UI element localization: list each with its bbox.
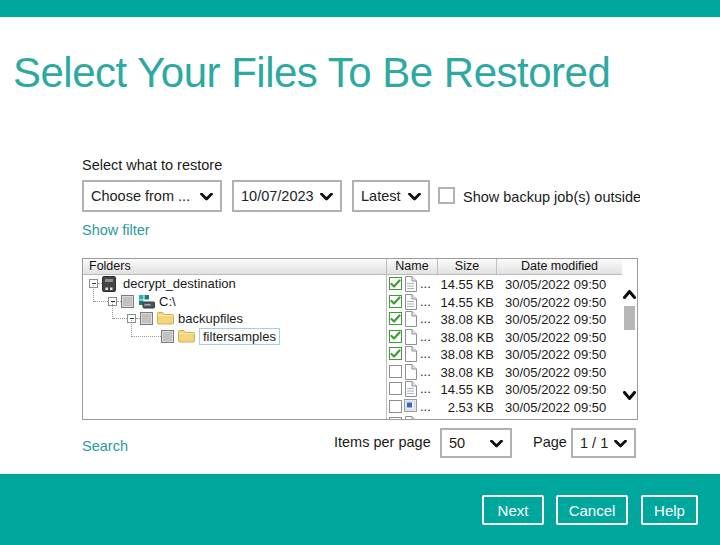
tree-node-label[interactable]: backupfiles (178, 311, 243, 326)
restore-source-value: Choose from ... (91, 188, 190, 204)
tree-connector (132, 336, 161, 337)
cell-size: 2.53 KB (387, 400, 494, 415)
folders-tree: decrypt_destinationC:\backupfilesfilters… (83, 275, 386, 419)
next-button[interactable]: Next (482, 495, 544, 525)
table-row[interactable]: ...38.08 KB30/05/2022 09:50 (387, 328, 622, 346)
chevron-down-icon (320, 188, 333, 204)
table-row[interactable] (387, 415, 622, 419)
cell-size: 38.08 KB (387, 365, 494, 380)
restore-date-value: 10/07/2023 (241, 188, 314, 204)
restore-source-dropdown[interactable]: Choose from ... (82, 180, 222, 212)
show-filter-link[interactable]: Show filter (82, 222, 150, 238)
page-value: 1 / 1 (580, 435, 608, 451)
tree-connector (112, 302, 113, 319)
tree-node-checkbox[interactable] (161, 330, 174, 343)
folder-icon (157, 311, 174, 328)
table-row[interactable]: ...14.55 KB30/05/2022 09:50 (387, 380, 622, 398)
table-row[interactable]: ...14.55 KB30/05/2022 09:50 (387, 293, 622, 311)
tree-node-label[interactable]: filtersamples (199, 328, 280, 345)
cell-size: 14.55 KB (387, 277, 494, 292)
tree-node-backupfiles[interactable]: backupfiles (83, 310, 386, 328)
footer-bar: Next Cancel Help (0, 474, 720, 545)
row-checkbox[interactable] (389, 417, 402, 419)
page-label: Page (533, 434, 567, 450)
tree-node-label[interactable]: C:\ (159, 294, 176, 309)
cell-size: 38.08 KB (387, 347, 494, 362)
folders-header: Folders (83, 259, 386, 275)
drive-icon (138, 294, 155, 312)
tree-node-filtersamples[interactable]: filtersamples (83, 328, 386, 346)
restore-time-dropdown[interactable]: Latest (352, 180, 430, 212)
tree-connector (93, 285, 94, 302)
tree-connector (94, 301, 108, 302)
chevron-down-icon (614, 435, 627, 451)
chevron-down-icon (200, 188, 213, 204)
column-header-size[interactable]: Size (438, 259, 497, 274)
file-browser-panel: Folders decrypt_destinationC:\backupfile… (82, 258, 638, 420)
show-outside-jobs-checkbox[interactable] (438, 187, 455, 204)
cell-date-modified: 30/05/2022 09:50 (505, 365, 606, 380)
restore-time-value: Latest (361, 188, 401, 204)
table-row[interactable]: ...2.53 KB30/05/2022 09:50 (387, 398, 622, 416)
show-outside-jobs-label: Show backup job(s) outside (463, 189, 640, 205)
folder-icon (178, 329, 195, 346)
cell-date-modified: 30/05/2022 09:50 (505, 382, 606, 397)
scrollbar-thumb[interactable] (624, 306, 635, 330)
tree-node-c-[interactable]: C:\ (83, 293, 386, 311)
page-title: Select Your Files To Be Restored (13, 49, 610, 97)
cell-date-modified: 30/05/2022 09:50 (505, 295, 606, 310)
cell-date-modified: 30/05/2022 09:50 (505, 330, 606, 345)
scroll-up-icon[interactable] (623, 287, 636, 301)
folders-tree-pane: Folders decrypt_destinationC:\backupfile… (83, 259, 387, 419)
tree-connector (131, 320, 132, 337)
column-header-name[interactable]: Name (387, 259, 438, 274)
items-per-page-dropdown[interactable]: 50 (440, 428, 512, 458)
tree-node-checkbox[interactable] (121, 295, 134, 308)
tree-node-decrypt-destination[interactable]: decrypt_destination (83, 275, 386, 293)
cell-date-modified: 30/05/2022 09:50 (505, 400, 606, 415)
cell-size: 14.55 KB (387, 295, 494, 310)
cancel-button[interactable]: Cancel (556, 495, 628, 525)
app-top-bar (0, 0, 720, 17)
items-per-page-label: Items per page (334, 434, 431, 450)
tree-node-label[interactable]: decrypt_destination (123, 276, 236, 291)
scroll-down-icon[interactable] (623, 388, 636, 402)
chevron-down-icon (408, 188, 421, 204)
select-what-to-restore-label: Select what to restore (82, 157, 222, 173)
table-row[interactable]: ...38.08 KB30/05/2022 09:50 (387, 363, 622, 381)
table-row[interactable]: ...38.08 KB30/05/2022 09:50 (387, 345, 622, 363)
table-row[interactable]: ...38.08 KB30/05/2022 09:50 (387, 310, 622, 328)
cell-size: 38.08 KB (387, 330, 494, 345)
file-list-header: Name Size Date modified (387, 259, 622, 275)
restore-date-dropdown[interactable]: 10/07/2023 (232, 180, 342, 212)
doc-plain-icon (404, 416, 417, 419)
file-list-pane: Name Size Date modified ...14.55 KB30/05… (387, 259, 622, 419)
cell-date-modified: 30/05/2022 09:50 (505, 312, 606, 327)
scrollbar[interactable] (622, 275, 637, 419)
items-per-page-value: 50 (449, 435, 465, 451)
table-row[interactable]: ...14.55 KB30/05/2022 09:50 (387, 275, 622, 293)
column-header-date-modified[interactable]: Date modified (497, 259, 622, 274)
file-list-rows: ...14.55 KB30/05/2022 09:50...14.55 KB30… (387, 275, 622, 419)
help-button[interactable]: Help (641, 495, 698, 525)
restore-wizard-window: Select Your Files To Be Restored Select … (0, 0, 720, 545)
cell-date-modified: 30/05/2022 09:50 (505, 277, 606, 292)
tree-node-checkbox[interactable] (140, 312, 153, 325)
cell-size: 14.55 KB (387, 382, 494, 397)
cell-size: 38.08 KB (387, 312, 494, 327)
search-link[interactable]: Search (82, 438, 128, 454)
page-dropdown[interactable]: 1 / 1 (571, 428, 636, 458)
chevron-down-icon (490, 435, 503, 451)
cell-date-modified: 30/05/2022 09:50 (505, 347, 606, 362)
tree-connector (113, 318, 127, 319)
